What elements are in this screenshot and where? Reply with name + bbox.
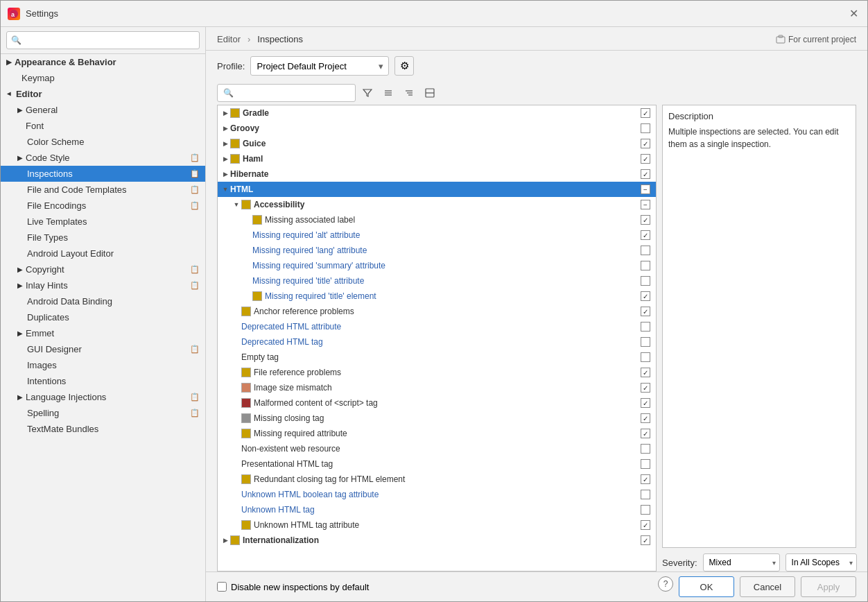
sidebar-item-file-types[interactable]: File Types — [1, 230, 205, 246]
check-box[interactable] — [641, 169, 650, 179]
check-box[interactable] — [641, 200, 650, 209]
tree-row[interactable]: Presentational HTML tag — [218, 456, 656, 472]
check-box[interactable] — [641, 337, 650, 347]
tree-row[interactable]: ▼ Accessibility — [218, 197, 656, 212]
sidebar-item-font[interactable]: Font — [1, 118, 205, 134]
tree-row[interactable]: Malformed content of <script> tag — [218, 395, 656, 411]
tree-row[interactable]: Non-existent web resource — [218, 441, 656, 456]
tree-row[interactable]: Missing required 'summary' attribute — [218, 258, 656, 273]
sidebar-item-general[interactable]: ▶ General — [1, 102, 205, 118]
tree-row[interactable]: ▶ Internationalization — [218, 533, 656, 548]
close-button[interactable]: ✕ — [847, 7, 860, 21]
sidebar-item-android-layout[interactable]: Android Layout Editor — [1, 246, 205, 261]
expand-all-button[interactable] — [379, 84, 397, 102]
sidebar-item-keymap[interactable]: Keymap — [1, 70, 205, 86]
tree-row[interactable]: Unknown HTML tag attribute — [218, 517, 656, 533]
tree-row[interactable]: Unknown HTML boolean tag attribute — [218, 487, 656, 502]
cancel-button[interactable]: Cancel — [740, 576, 795, 597]
sidebar-item-gui-designer[interactable]: GUI Designer 📋 — [1, 341, 205, 357]
tree-row[interactable]: Redundant closing tag for HTML element — [218, 472, 656, 487]
sidebar-search-input[interactable] — [6, 31, 200, 49]
tree-row[interactable]: Missing closing tag — [218, 411, 656, 426]
sidebar-item-images[interactable]: Images — [1, 357, 205, 373]
sidebar-item-duplicates[interactable]: Duplicates — [1, 309, 205, 325]
check-box[interactable] — [641, 505, 650, 515]
profile-select[interactable]: Project Default Project Default — [250, 56, 389, 76]
check-box[interactable] — [641, 413, 650, 423]
check-box[interactable] — [641, 535, 650, 545]
sidebar-item-language-injections[interactable]: ▶ Language Injections 📋 — [1, 389, 205, 405]
tree-row[interactable]: Unknown HTML tag — [218, 502, 656, 517]
sidebar-item-file-code-templates[interactable]: File and Code Templates 📋 — [1, 182, 205, 198]
help-button[interactable]: ? — [658, 576, 673, 592]
ok-button[interactable]: OK — [679, 576, 734, 597]
check-box[interactable] — [641, 307, 650, 316]
sidebar-item-editor[interactable]: ▼ Editor — [1, 86, 205, 102]
check-box[interactable] — [641, 108, 650, 118]
check-box[interactable] — [641, 276, 650, 286]
sidebar-item-color-scheme[interactable]: Color Scheme — [1, 134, 205, 150]
check-box[interactable] — [641, 184, 650, 194]
tree-row[interactable]: Missing required 'lang' attribute — [218, 243, 656, 258]
profile-gear-button[interactable]: ⚙ — [394, 56, 414, 76]
check-box[interactable] — [641, 459, 650, 469]
collapse-all-button[interactable] — [400, 84, 418, 102]
check-box[interactable] — [641, 246, 650, 255]
check-box[interactable] — [641, 383, 650, 393]
tree-row[interactable]: ▶ Guice — [218, 136, 656, 151]
tree-row[interactable]: Missing required attribute — [218, 426, 656, 441]
tree-row[interactable]: File reference problems — [218, 365, 656, 380]
sidebar-item-android-data[interactable]: Android Data Binding — [1, 293, 205, 309]
tree-row[interactable]: Anchor reference problems — [218, 304, 656, 319]
tree-row[interactable]: ▶ Gradle — [218, 105, 656, 121]
check-box[interactable] — [641, 520, 650, 530]
check-box[interactable] — [641, 139, 650, 148]
tree-row[interactable]: ▶ Haml — [218, 151, 656, 166]
tree-row[interactable]: Image size mismatch — [218, 380, 656, 395]
sidebar-item-intentions[interactable]: Intentions — [1, 373, 205, 389]
sidebar-item-spelling[interactable]: Spelling 📋 — [1, 405, 205, 421]
check-box[interactable] — [641, 215, 650, 225]
sidebar-item-file-encodings[interactable]: File Encodings 📋 — [1, 198, 205, 214]
check-box[interactable] — [641, 490, 650, 499]
severity-select[interactable]: Mixed Error Warning Info Weak Warning — [703, 553, 780, 571]
tree-row[interactable]: Deprecated HTML attribute — [218, 319, 656, 334]
check-box[interactable] — [641, 154, 650, 164]
scope-select[interactable]: In All Scopes In Tests Only — [785, 553, 857, 571]
check-box[interactable] — [641, 352, 650, 362]
tree-row[interactable]: ▶ Groovy — [218, 121, 656, 136]
check-box[interactable] — [641, 230, 650, 240]
sidebar-item-appearance[interactable]: ▶ Appearance & Behavior — [1, 54, 205, 70]
tree-row[interactable]: Missing associated label — [218, 212, 656, 227]
check-box[interactable] — [641, 398, 650, 408]
disable-inspections-checkbox[interactable] — [217, 582, 227, 592]
description-text: Multiple inspections are selected. You c… — [668, 126, 850, 150]
check-box[interactable] — [641, 429, 650, 438]
filter-button[interactable] — [358, 84, 376, 102]
sidebar-item-inlay-hints[interactable]: ▶ Inlay Hints 📋 — [1, 277, 205, 293]
tree-row[interactable]: Missing required 'alt' attribute — [218, 227, 656, 243]
sidebar-item-inspections[interactable]: Inspections 📋 — [1, 166, 205, 182]
check-box[interactable] — [641, 444, 650, 454]
tree-row[interactable]: Missing required 'title' attribute — [218, 273, 656, 289]
inspection-search-input[interactable] — [217, 84, 356, 102]
check-box[interactable] — [641, 474, 650, 484]
tree-row[interactable]: Deprecated HTML tag — [218, 334, 656, 350]
tree-row[interactable]: Empty tag — [218, 350, 656, 365]
sidebar-item-copyright[interactable]: ▶ Copyright 📋 — [1, 261, 205, 277]
check-box[interactable] — [641, 368, 650, 377]
check-box[interactable] — [641, 261, 650, 270]
sidebar-item-code-style[interactable]: ▶ Code Style 📋 — [1, 150, 205, 166]
tree-row-html[interactable]: ▼ HTML — [218, 182, 656, 197]
apply-button[interactable]: Apply — [801, 576, 856, 597]
sidebar-item-live-templates[interactable]: Live Templates — [1, 214, 205, 230]
toggle-all-button[interactable] — [421, 84, 439, 102]
sidebar-item-textmate[interactable]: TextMate Bundles — [1, 421, 205, 437]
sidebar-item-emmet[interactable]: ▶ Emmet — [1, 325, 205, 341]
check-box[interactable] — [641, 322, 650, 332]
inspection-tree[interactable]: ▶ Gradle ▶ Groovy ▶ Gu — [217, 105, 657, 571]
tree-row[interactable]: Missing required 'title' element — [218, 289, 656, 304]
tree-row[interactable]: ▶ Hibernate — [218, 166, 656, 182]
check-box[interactable] — [641, 291, 650, 301]
check-box[interactable] — [641, 123, 650, 133]
